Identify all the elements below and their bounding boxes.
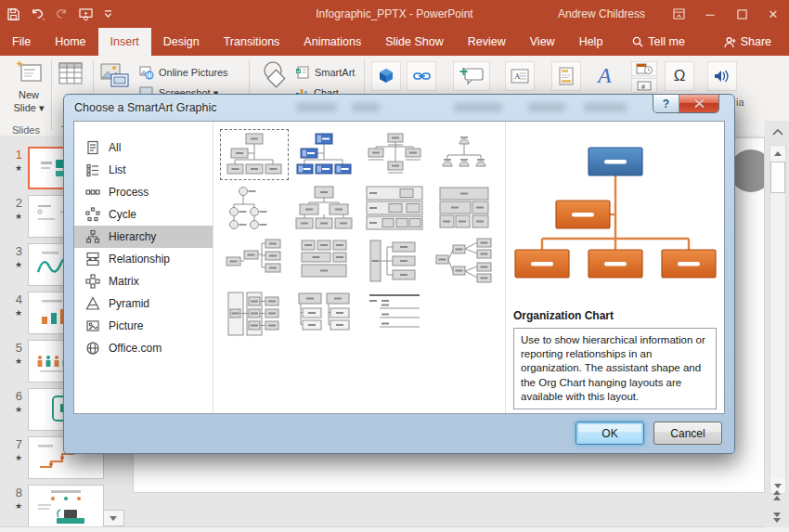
animation-star-icon: ★ — [15, 308, 22, 318]
glass-reflection — [528, 103, 565, 111]
ok-button[interactable]: OK — [576, 422, 644, 445]
all-icon — [85, 140, 100, 155]
tab-animations[interactable]: Animations — [291, 28, 373, 56]
slide-number: 4 — [16, 292, 22, 306]
slide-number: 8 — [16, 486, 22, 500]
gallery-item-picture-organization-chart[interactable] — [290, 128, 360, 181]
category-item-picture[interactable]: Picture — [74, 315, 213, 337]
category-label: List — [109, 163, 126, 176]
gallery-item-hierarchy-list[interactable] — [290, 287, 360, 340]
gallery-item-horizontal-organization-chart[interactable] — [219, 234, 290, 287]
account-name[interactable]: Andrew Childress — [558, 0, 645, 28]
gallery-item-name-and-title-organization-chart[interactable] — [359, 128, 430, 181]
tab-slide-show[interactable]: Slide Show — [373, 28, 456, 56]
undo-icon[interactable] — [31, 8, 45, 20]
hierarchy-list-thumbnail-icon — [294, 290, 354, 338]
shapes-button[interactable] — [256, 59, 293, 93]
category-item-all[interactable]: All — [74, 136, 213, 159]
tab-help[interactable]: Help — [567, 28, 615, 56]
minimize-button[interactable]: ─ — [694, 0, 726, 28]
text-box-button[interactable]: A — [505, 61, 535, 91]
scrollbar-thumb[interactable] — [770, 162, 785, 193]
category-item-process[interactable]: Process — [74, 181, 213, 203]
circle-picture-hierarchy-thumbnail-icon — [225, 184, 284, 232]
share-button[interactable]: Share — [712, 28, 783, 56]
slide-thumbnail-row-8[interactable]: 8★ — [0, 485, 130, 529]
table-hierarchy-thumbnail-icon — [434, 184, 494, 232]
pictures-icon — [98, 59, 132, 91]
svg-text:A: A — [514, 71, 521, 81]
close-x-icon — [694, 99, 705, 108]
gallery-item-half-circle-organization-chart[interactable] — [430, 128, 500, 181]
gallery-item-lined-list[interactable] — [359, 287, 430, 340]
gallery-item-horizontal-labeled-hierarchy[interactable] — [430, 234, 500, 287]
close-button[interactable]: ✕ — [757, 0, 789, 28]
ribbon-tabs: FileHomeInsertDesignTransitionsAnimation… — [0, 28, 789, 56]
redo-icon[interactable] — [56, 8, 68, 20]
tab-insert[interactable]: Insert — [98, 28, 151, 56]
tab-transitions[interactable]: Transitions — [212, 28, 292, 56]
online-pictures-button[interactable]: Online Pictures — [139, 65, 228, 80]
new-slide-button[interactable]: New Slide ▾ — [7, 59, 50, 115]
save-icon[interactable] — [7, 8, 19, 20]
gallery-item-horizontal-hierarchy[interactable] — [359, 234, 430, 287]
date-time-button[interactable] — [631, 61, 657, 76]
slide-number: 6 — [16, 389, 22, 403]
cancel-button[interactable]: Cancel — [653, 422, 722, 445]
start-from-beginning-icon[interactable] — [79, 8, 93, 20]
maximize-button[interactable] — [726, 0, 757, 28]
slide-thumbnail[interactable] — [28, 485, 104, 527]
animation-star-icon: ★ — [15, 501, 22, 511]
pictures-button[interactable] — [97, 59, 134, 91]
animation-star-icon: ★ — [15, 163, 22, 173]
matrix-icon — [85, 274, 100, 289]
audio-button[interactable] — [707, 61, 737, 91]
category-item-hierarchy[interactable]: Hierarchy — [74, 226, 213, 248]
category-item-matrix[interactable]: Matrix — [74, 270, 213, 292]
quick-access-toolbar — [7, 0, 112, 28]
slide-number: 7 — [16, 437, 22, 451]
previous-slide-button[interactable] — [770, 487, 784, 503]
category-item-office-com[interactable]: Office.com — [74, 337, 213, 359]
ribbon-display-options-icon[interactable] — [663, 0, 694, 28]
tell-me-box[interactable]: Tell me — [620, 28, 697, 56]
gallery-item-architecture-layout[interactable] — [290, 234, 360, 287]
scroll-up-button[interactable] — [770, 146, 785, 161]
tab-home[interactable]: Home — [43, 28, 97, 56]
new-comment-button[interactable] — [453, 61, 490, 91]
cycle-icon — [85, 207, 100, 222]
collapse-ribbon-icon[interactable] — [772, 123, 783, 139]
category-item-cycle[interactable]: Cycle — [74, 203, 213, 226]
slide-number-button[interactable]: # — [631, 78, 657, 93]
title-bar: Infographic_PPTX - PowerPoint Andrew Chi… — [0, 0, 789, 28]
category-item-list[interactable]: List — [74, 159, 213, 181]
3d-models-button[interactable] — [371, 61, 401, 91]
table-button[interactable] — [55, 59, 86, 89]
next-slide-button[interactable] — [770, 509, 784, 526]
horizontal-labeled-hierarchy-thumbnail-icon — [434, 237, 494, 285]
gallery-item-horizontal-multi-level-hierarchy[interactable] — [219, 287, 290, 340]
symbol-button[interactable]: Ω — [665, 61, 694, 91]
gallery-item-circle-picture-hierarchy[interactable] — [219, 181, 290, 234]
category-item-relationship[interactable]: Relationship — [74, 248, 213, 270]
tab-view[interactable]: View — [518, 28, 567, 56]
gallery-item-labeled-hierarchy[interactable] — [359, 181, 430, 234]
gallery-item-organization-chart[interactable] — [219, 128, 290, 181]
category-item-pyramid[interactable]: Pyramid — [74, 292, 213, 315]
tab-design[interactable]: Design — [151, 28, 212, 56]
tab-review[interactable]: Review — [456, 28, 518, 56]
tab-file[interactable]: File — [0, 28, 43, 56]
link-button[interactable] — [407, 61, 436, 91]
gallery-item-table-hierarchy[interactable] — [430, 181, 500, 234]
wordart-button[interactable]: A — [594, 61, 622, 89]
customize-qat-icon[interactable] — [104, 9, 112, 19]
gallery-item-hierarchy[interactable] — [290, 181, 360, 234]
dialog-close-button[interactable] — [679, 95, 718, 112]
picture-icon — [85, 318, 100, 333]
animation-star-icon: ★ — [15, 405, 22, 414]
header-footer-button[interactable] — [551, 61, 581, 91]
dialog-help-button[interactable]: ? — [653, 95, 679, 112]
vertical-scrollbar[interactable] — [770, 145, 786, 494]
smartart-button[interactable]: SmartArt — [295, 65, 355, 79]
online-pictures-icon — [139, 65, 154, 80]
